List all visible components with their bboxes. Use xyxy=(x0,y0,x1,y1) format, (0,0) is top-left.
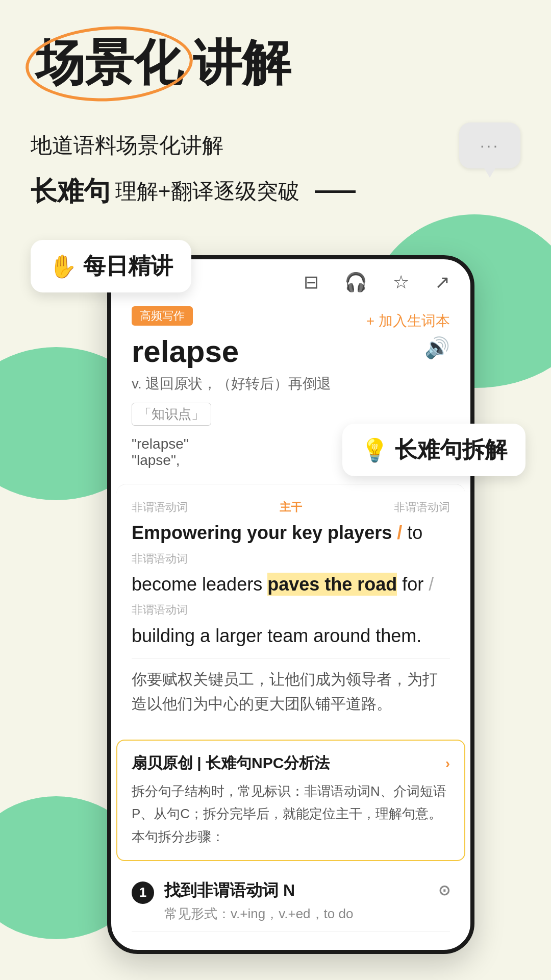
npc-title: 扇贝原创 | 长难句NPC分析法 › xyxy=(132,753,450,774)
phone-frame: ‹ ⊟ 🎧 ☆ ↗ 高频写作 relapse + 加入生词本 🔊 v. 退回原状… xyxy=(107,255,474,954)
grammar-label-center: 主干 xyxy=(280,500,302,515)
word-pos: v. 退回原状，（好转后）再倒退 xyxy=(132,374,450,394)
step-section: 1 找到非谓语动词 N ⊙ 常见形式：v.+ing，v.+ed，to do xyxy=(111,869,470,950)
sentence-part3: become leaders xyxy=(132,574,267,595)
subtitle-section: 地道语料场景化讲解 ··· 长难句 理解+翻译逐级突破 xyxy=(0,117,551,225)
phone-container: ✋ 每日精讲 💡 长难句拆解 ‹ ⊟ 🎧 ☆ ↗ 高频写作 relapse + … xyxy=(46,255,505,954)
step-content: 找到非谓语动词 N ⊙ 常见形式：v.+ing，v.+ed，to do xyxy=(164,879,450,923)
add-wordbook-btn[interactable]: + 加入生词本 xyxy=(366,311,450,331)
word-main: relapse xyxy=(132,334,239,369)
slash2: / xyxy=(429,574,434,595)
step-target-icon: ⊙ xyxy=(438,882,450,899)
grammar-label-bottom2: 非谓语动词 xyxy=(132,601,450,619)
topbar-icon-share[interactable]: ↗ xyxy=(435,272,450,293)
oval-highlight xyxy=(23,22,194,106)
step-item-1: 1 找到非谓语动词 N ⊙ 常见形式：v.+ing，v.+ed，to do xyxy=(132,879,450,932)
step-number: 1 xyxy=(132,881,154,904)
title-rest: 讲解 xyxy=(193,31,291,97)
grammar-labels-row: 非谓语动词 主干 非谓语动词 xyxy=(132,500,450,515)
title-highlighted: 场景化 xyxy=(31,31,188,97)
sentence-section: 非谓语动词 主干 非谓语动词 Empowering your key playe… xyxy=(116,484,465,731)
sentence-part2: to xyxy=(407,522,422,543)
badge-sentence-emoji: 💡 xyxy=(361,437,389,463)
sentence-part1: Empowering your key players xyxy=(132,522,392,543)
subtitle-line1: 地道语料场景化讲解 ··· xyxy=(31,122,520,168)
badge-sentence-text: 长难句拆解 xyxy=(395,435,507,465)
title-line: 场景化 讲解 xyxy=(31,31,520,97)
badge-sentence: 💡 长难句拆解 xyxy=(342,424,525,476)
grammar-label-right: 非谓语动词 xyxy=(394,500,450,515)
topbar-icon-dict[interactable]: ⊟ xyxy=(304,272,319,293)
paves-the-road: paves the road xyxy=(267,573,397,596)
badge-daily: ✋ 每日精讲 xyxy=(31,240,191,292)
slash1: / xyxy=(397,522,407,543)
badge-daily-emoji: ✋ xyxy=(49,253,77,280)
audio-btn[interactable]: 🔊 xyxy=(424,336,450,360)
dash-line xyxy=(315,190,356,193)
subtitle-line2: 长难句 理解+翻译逐级突破 xyxy=(31,174,520,209)
npc-arrow-icon: › xyxy=(445,755,450,772)
sentence-translation: 你要赋权关键员工，让他们成为领导者，为打造以他们为中心的更大团队铺平道路。 xyxy=(132,658,450,716)
grammar-label-bottom-text: 非谓语动词 xyxy=(132,550,450,568)
step-title: 找到非谓语动词 N ⊙ xyxy=(164,879,450,902)
word-tag: 高频写作 xyxy=(132,306,193,326)
grammar-label-left: 非谓语动词 xyxy=(132,500,188,515)
topbar-icon-star[interactable]: ☆ xyxy=(393,272,409,293)
npc-desc: 拆分句子结构时，常见标识：非谓语动词N、介词短语P、从句C；拆分完毕后，就能定位… xyxy=(132,780,450,848)
npc-card[interactable]: 扇贝原创 | 长难句NPC分析法 › 拆分句子结构时，常见标识：非谓语动词N、介… xyxy=(116,740,465,861)
step-subtitle: 常见形式：v.+ing，v.+ed，to do xyxy=(164,905,450,923)
sentence-text: Empowering your key players / to 非谓语动词 b… xyxy=(132,518,450,650)
badge-daily-text: 每日精讲 xyxy=(83,251,173,281)
topbar-icon-audio[interactable]: 🎧 xyxy=(344,272,367,293)
chat-bubble: ··· xyxy=(459,122,520,168)
header-section: 场景化 讲解 xyxy=(0,0,551,117)
sentence-part4: for xyxy=(402,574,429,595)
sentence-part5: building a larger team around them. xyxy=(132,625,421,646)
knowledge-tag: 「知识点」 xyxy=(132,403,211,426)
